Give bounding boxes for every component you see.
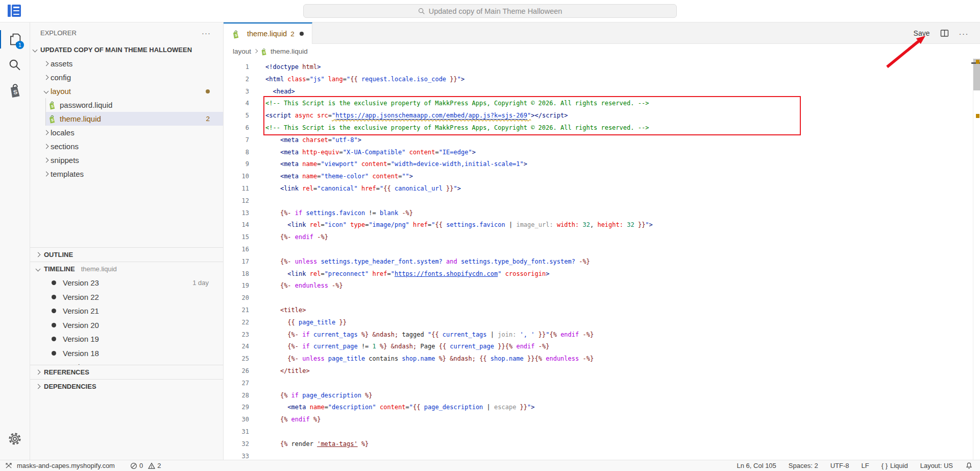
timeline-item-version-21[interactable]: Version 21: [30, 304, 223, 318]
timeline-dot-icon: [52, 295, 56, 299]
code-line-22[interactable]: 22 {{ page_title }}: [224, 317, 980, 329]
code-line-6[interactable]: 6<!-- This Script is the exclusive prope…: [224, 122, 980, 134]
code-line-3[interactable]: 3 <head>: [224, 86, 980, 98]
editor-more-actions[interactable]: ···: [959, 29, 969, 38]
status-item-label: UTF-8: [830, 462, 849, 469]
editor-scrollbar[interactable]: [973, 58, 980, 460]
code-line-2[interactable]: 2<html class="js" lang="{{ request.local…: [224, 74, 980, 86]
tree-item-assets[interactable]: assets: [30, 57, 223, 70]
timeline-item-version-18[interactable]: Version 18: [30, 346, 223, 361]
line-content: <html class="js" lang="{{ request.locale…: [265, 74, 464, 86]
code-line-14[interactable]: 14 <link rel="icon" type="image/png" hre…: [224, 219, 980, 231]
code-line-30[interactable]: 30 {% endif %}: [224, 414, 980, 426]
code-line-8[interactable]: 8 <meta http-equiv="X-UA-Compatible" con…: [224, 147, 980, 159]
code-line-27[interactable]: 27: [224, 378, 980, 390]
timeline-item-label: Version 20: [63, 321, 99, 329]
save-button[interactable]: Save: [914, 29, 930, 37]
line-number: 13: [224, 207, 249, 220]
code-line-23[interactable]: 23 {%- if current_tags %} &ndash; tagged…: [224, 329, 980, 341]
split-editor-icon[interactable]: [940, 29, 949, 37]
tree-item-label: theme.liquid: [60, 114, 101, 123]
timeline-item-version-22[interactable]: Version 22: [30, 290, 223, 304]
code-line-26[interactable]: 26 </title>: [224, 365, 980, 378]
explorer-more-actions[interactable]: ···: [202, 29, 211, 37]
code-line-18[interactable]: 18 <link rel="preconnect" href="https://…: [224, 268, 980, 280]
breadcrumb-folder[interactable]: layout: [233, 48, 251, 55]
status-keyboard-layout[interactable]: Layout: US: [920, 462, 953, 469]
line-number: 30: [224, 414, 249, 426]
tree-item-label: assets: [51, 59, 72, 68]
tree-item-password.liquid[interactable]: Spassword.liquid: [45, 98, 223, 112]
outline-section-header[interactable]: OUTLINE: [30, 248, 223, 262]
tree-item-sections[interactable]: sections: [30, 139, 223, 153]
tree-item-snippets[interactable]: snippets: [30, 153, 223, 167]
code-line-9[interactable]: 9 <meta name="viewport" content="width=d…: [224, 158, 980, 171]
code-editor[interactable]: 1<!doctype html>2<html class="js" lang="…: [224, 58, 980, 460]
tree-item-templates[interactable]: templates: [30, 167, 223, 181]
timeline-section-header[interactable]: TIMELINE theme.liquid: [30, 262, 223, 276]
code-line-31[interactable]: 31: [224, 426, 980, 438]
tree-item-label: sections: [51, 142, 79, 151]
code-line-13[interactable]: 13 {%- if settings.favicon != blank -%}: [224, 207, 980, 220]
tree-item-locales[interactable]: locales: [30, 126, 223, 139]
explorer-activity-button[interactable]: 1: [0, 27, 30, 52]
timeline-item-version-23[interactable]: Version 231 day: [30, 276, 223, 290]
status-indentation[interactable]: Spaces: 2: [789, 462, 818, 469]
code-line-24[interactable]: 24 {%- if current_page != 1 %} &ndash; P…: [224, 341, 980, 353]
code-line-1[interactable]: 1<!doctype html>: [224, 61, 980, 74]
code-line-28[interactable]: 28 {% if page_description %}: [224, 390, 980, 402]
line-content: {%- unless page_title contains shop.name…: [265, 353, 594, 365]
tree-item-theme.liquid[interactable]: Stheme.liquid2: [45, 112, 223, 126]
chevron-right-icon: [43, 144, 48, 149]
code-line-21[interactable]: 21 <title>: [224, 304, 980, 317]
tree-item-layout[interactable]: layout: [30, 84, 223, 98]
line-number: 8: [224, 147, 249, 159]
code-line-12[interactable]: 12: [224, 195, 980, 207]
remote-host[interactable]: masks-and-capes.myshopify.com: [17, 462, 115, 469]
sidebar-explorer: EXPLORER ··· UPDATED COPY OF MAIN THEME …: [30, 22, 224, 460]
references-section-header[interactable]: REFERENCES: [30, 365, 223, 379]
code-line-4[interactable]: 4<!-- This Script is the exclusive prope…: [224, 98, 980, 110]
line-number: 11: [224, 183, 249, 195]
line-number: 27: [224, 378, 249, 390]
code-line-5[interactable]: 5<script async src="https://app.jsonsche…: [224, 110, 980, 122]
timeline-item-version-17[interactable]: Version 17: [30, 360, 223, 365]
code-line-29[interactable]: 29 <meta name="description" content="{{ …: [224, 402, 980, 414]
code-line-15[interactable]: 15 {%- endif -%}: [224, 231, 980, 244]
breadcrumb-file[interactable]: theme.liquid: [271, 48, 308, 55]
settings-gear-button[interactable]: [0, 426, 30, 452]
timeline-item-version-19[interactable]: Version 19: [30, 332, 223, 346]
code-line-19[interactable]: 19 {%- endunless -%}: [224, 280, 980, 292]
command-center-search[interactable]: Updated copy of Main Theme Halloween: [303, 4, 677, 18]
status-eol[interactable]: LF: [862, 462, 869, 469]
search-activity-button[interactable]: [0, 52, 30, 78]
code-line-20[interactable]: 20: [224, 292, 980, 304]
dependencies-section-header[interactable]: DEPENDENCIES: [30, 380, 223, 393]
code-line-17[interactable]: 17 {%- unless settings.type_header_font.…: [224, 256, 980, 268]
error-count: 0: [139, 462, 143, 469]
tab-label: theme.liquid: [247, 30, 287, 38]
dirty-dot-icon[interactable]: [300, 32, 304, 36]
code-line-33[interactable]: 33: [224, 451, 980, 460]
tree-root-folder[interactable]: UPDATED COPY OF MAIN THEME HALLOWEEN: [30, 43, 223, 57]
timeline-item-version-20[interactable]: Version 20: [30, 318, 223, 333]
status-encoding[interactable]: UTF-8: [830, 462, 849, 469]
chevron-right-icon: [43, 158, 48, 163]
chevron-right-icon: [36, 252, 41, 257]
notifications-bell-icon[interactable]: [965, 462, 973, 469]
code-line-32[interactable]: 32 {% render 'meta-tags' %}: [224, 438, 980, 451]
shopify-activity-button[interactable]: S: [0, 78, 30, 103]
line-content: {% render 'meta-tags' %}: [265, 438, 369, 451]
problems-indicator[interactable]: 0 2: [130, 462, 161, 469]
chevron-right-icon: [43, 130, 48, 135]
code-line-16[interactable]: 16: [224, 244, 980, 256]
tree-item-config[interactable]: config: [30, 70, 223, 84]
code-line-7[interactable]: 7 <meta charset="utf-8">: [224, 134, 980, 147]
code-line-11[interactable]: 11 <link rel="canonical" href="{{ canoni…: [224, 183, 980, 195]
status-language-mode[interactable]: { }Liquid: [881, 462, 908, 469]
line-number: 17: [224, 256, 249, 268]
tab-theme-liquid[interactable]: S theme.liquid 2: [224, 22, 312, 44]
code-line-25[interactable]: 25 {%- unless page_title contains shop.n…: [224, 353, 980, 365]
code-line-10[interactable]: 10 <meta name="theme-color" content="">: [224, 171, 980, 183]
status-cursor-position[interactable]: Ln 6, Col 105: [737, 462, 776, 469]
